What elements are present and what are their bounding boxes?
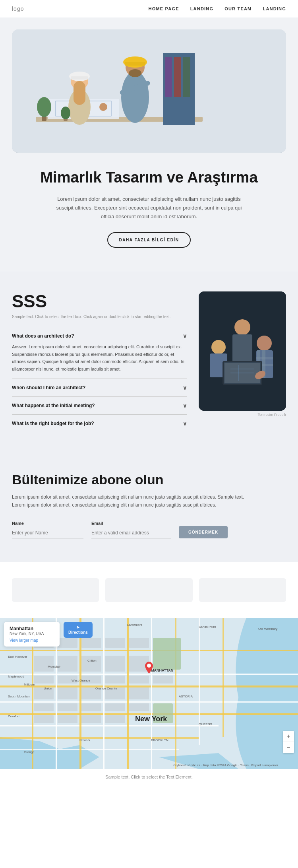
svg-rect-0 (12, 29, 286, 153)
svg-rect-7 (71, 76, 88, 80)
svg-text:Orange: Orange (24, 750, 35, 754)
svg-text:East Hanover: East Hanover (8, 655, 27, 658)
svg-rect-61 (34, 656, 54, 672)
newsletter-description: Lorem ipsum dolor sit amet, consectetur … (12, 493, 250, 509)
nav-our-team[interactable]: OUR TEAM (224, 6, 252, 11)
svg-rect-89 (129, 703, 149, 711)
name-field-group: Name (12, 521, 83, 538)
svg-text:QUEENS: QUEENS (199, 722, 212, 726)
svg-rect-88 (105, 715, 125, 723)
svg-text:Newark: Newark (79, 738, 91, 742)
faq-image-credit: Ten resim Freepik (199, 413, 286, 417)
svg-rect-46 (0, 701, 298, 703)
map-view-larger-link[interactable]: View larger map (10, 638, 54, 643)
svg-text:Union: Union (44, 687, 52, 690)
map-address: New York, NY, USA (10, 631, 54, 636)
svg-text:Old Westbury: Old Westbury (258, 627, 277, 631)
svg-rect-66 (105, 638, 125, 648)
map-city: Manhattan (10, 626, 54, 631)
faq-image-placeholder (199, 291, 286, 411)
svg-point-21 (37, 97, 51, 117)
faq-question-1[interactable]: What does an architect do? ∨ (12, 333, 187, 339)
map-zoom-in-button[interactable]: + (283, 731, 294, 742)
svg-text:South Mountain: South Mountain (8, 695, 30, 698)
svg-text:Montclair: Montclair (48, 665, 61, 668)
svg-rect-44 (0, 674, 298, 675)
email-input[interactable] (91, 528, 171, 538)
faq-section: SSS Sample text. Click to select the tex… (0, 272, 298, 452)
svg-rect-63 (58, 656, 77, 672)
faq-chevron-4: ∨ (183, 420, 187, 427)
name-label: Name (12, 521, 83, 526)
faq-question-3[interactable]: What happens at the initial meeting? ∨ (12, 402, 187, 409)
nav-home[interactable]: HOME PAGE (148, 6, 179, 11)
svg-text:West Orange: West Orange (72, 679, 91, 682)
svg-rect-18 (174, 57, 181, 97)
svg-rect-73 (58, 687, 77, 699)
svg-rect-55 (127, 618, 129, 769)
contact-box-3 (199, 578, 286, 602)
hero-image-placeholder (12, 29, 286, 153)
svg-rect-49 (0, 737, 199, 739)
svg-point-9 (121, 71, 149, 123)
svg-rect-33 (256, 357, 273, 359)
svg-rect-65 (81, 656, 101, 672)
name-input[interactable] (12, 528, 83, 538)
hero-text-area: Mimarlık Tasarım ve Araştırma Lorem ipsu… (12, 153, 286, 252)
svg-rect-70 (34, 676, 54, 684)
directions-icon: ➤ (76, 625, 79, 629)
svg-rect-90 (153, 638, 181, 670)
faq-item-2: When should I hire an architect? ∨ (12, 379, 187, 396)
send-button[interactable]: GÖNDERMEK (179, 526, 228, 538)
map-attribution: Keyboard shortcuts · Map data ©2024 Goog… (173, 763, 278, 767)
svg-rect-56 (151, 618, 152, 769)
map-directions-button[interactable]: ➤ Directions (64, 622, 93, 638)
svg-text:ASTORIA: ASTORIA (179, 695, 193, 698)
svg-rect-76 (105, 676, 125, 684)
svg-rect-87 (105, 703, 125, 711)
faq-sample-text: Sample text. Click to select the text bo… (12, 314, 187, 320)
svg-rect-83 (58, 703, 77, 711)
svg-rect-85 (81, 703, 101, 711)
faq-chevron-1: ∨ (183, 333, 187, 339)
svg-point-13 (129, 69, 141, 77)
newsletter-section: Bültenimize abone olun Lorem ipsum dolor… (0, 452, 298, 563)
contact-boxes-section (0, 562, 298, 618)
contact-box-2 (105, 578, 192, 602)
nav-landing-1[interactable]: LANDING (190, 6, 214, 11)
newsletter-title: Bültenimize abone olun (12, 472, 286, 487)
svg-rect-59 (223, 618, 224, 737)
svg-rect-19 (183, 57, 190, 97)
svg-text:Clifton: Clifton (87, 659, 97, 662)
map-zoom-out-button[interactable]: − (283, 742, 294, 753)
navigation: logo HOME PAGE LANDING OUR TEAM LANDING (0, 0, 298, 17)
svg-rect-54 (103, 618, 104, 769)
svg-text:Sands Point: Sands Point (199, 625, 216, 629)
faq-answer-1: Answer. Lorem ipsum dolor sit amet, cons… (12, 343, 187, 373)
hero-image (12, 29, 286, 153)
faq-chevron-2: ∨ (183, 384, 187, 391)
logo: logo (12, 6, 24, 12)
nav-links: HOME PAGE LANDING OUR TEAM LANDING (148, 6, 286, 11)
faq-left-column: SSS Sample text. Click to select the tex… (12, 291, 187, 432)
svg-rect-80 (153, 676, 173, 684)
faq-question-4[interactable]: What is the right budget for the job? ∨ (12, 420, 187, 427)
contact-box-1 (12, 578, 99, 602)
hero-section: Mimarlık Tasarım ve Araştırma Lorem ipsu… (0, 17, 298, 272)
map-background: Hackensack Fort Lee Larchmont Sands Poin… (0, 618, 298, 769)
directions-label: Directions (68, 630, 88, 635)
newsletter-form: Name Email GÖNDERMEK (12, 521, 286, 538)
faq-question-2[interactable]: When should I hire an architect? ∨ (12, 384, 187, 391)
hero-cta-button[interactable]: DAHA FAZLA BİLGİ EDİN (107, 232, 191, 248)
hero-description: Lorem ipsum dolor sit amet, consectetur … (54, 195, 244, 221)
svg-point-29 (257, 336, 272, 351)
svg-rect-62 (58, 638, 77, 648)
svg-text:Larchmont: Larchmont (127, 623, 143, 627)
svg-point-23 (61, 107, 70, 119)
svg-text:Cranford: Cranford (8, 715, 20, 718)
svg-text:MANHATTAN: MANHATTAN (151, 668, 173, 672)
email-label: Email (91, 521, 171, 526)
svg-rect-78 (129, 676, 149, 684)
nav-landing-2[interactable]: LANDING (263, 6, 286, 11)
svg-point-114 (147, 664, 151, 668)
